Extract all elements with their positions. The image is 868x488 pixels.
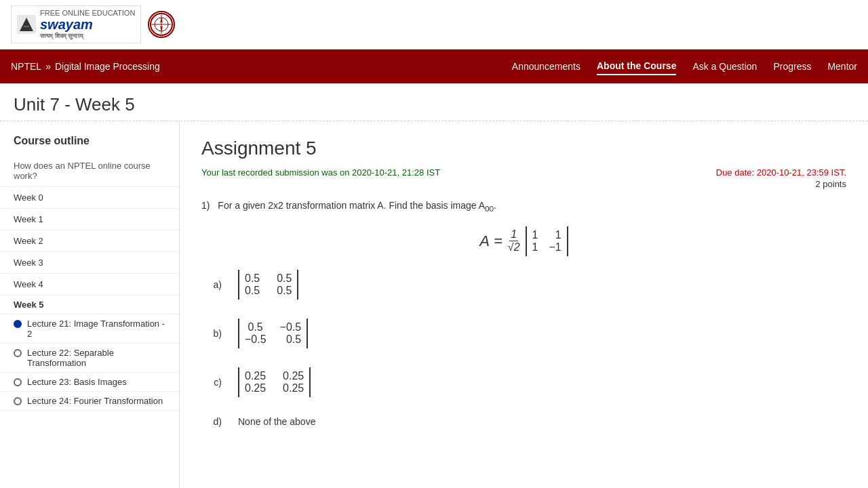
answer-options: a) 0.5 0.5 0.5 0.5 b) 0.5 −0.5 −0.5 0.5 — [201, 270, 846, 427]
sidebar-week-0[interactable]: Week 0 — [0, 187, 179, 209]
sidebar-week-4[interactable]: Week 4 — [0, 274, 179, 296]
question-number: 1) — [201, 200, 210, 211]
sidebar-lecture-21[interactable]: Lecture 21: Image Transformation - 2 — [0, 314, 179, 344]
main-layout: Course outline How does an NPTEL online … — [0, 121, 868, 488]
option-c-matrix: 0.25 0.25 0.25 0.25 — [238, 367, 311, 397]
option-b-label: b) — [201, 328, 222, 339]
swayam-subtitle: सत्यम् शिवम् सुन्दरम् — [40, 33, 135, 40]
option-a-label: a) — [201, 279, 222, 290]
option-d-label: d) — [201, 416, 222, 427]
swayam-logo-icon — [17, 15, 36, 34]
option-d: d) None of the above — [201, 416, 846, 427]
swayam-name: swayam — [40, 17, 135, 33]
nav-progress[interactable]: Progress — [773, 58, 811, 75]
submission-header-row: Your last recorded submission was on 202… — [201, 167, 846, 189]
option-c-content: 0.25 0.25 0.25 0.25 — [238, 367, 311, 397]
nav-links: Announcements About the Course Ask a Que… — [512, 58, 857, 75]
option-c-label: c) — [201, 377, 222, 388]
question-text: For a given 2x2 transformation matrix A.… — [218, 200, 496, 211]
sidebar-week-2[interactable]: Week 2 — [0, 230, 179, 252]
nav-ask-question[interactable]: Ask a Question — [692, 58, 757, 75]
site-header: FREE ONLINE EDUCATION swayam सत्यम् शिवम… — [0, 0, 868, 49]
lecture-22-bullet — [14, 349, 22, 357]
formula-matrix: 11 1−1 — [526, 226, 568, 256]
sidebar-lecture-24[interactable]: Lecture 24: Fourier Transformation — [0, 392, 179, 411]
option-a: a) 0.5 0.5 0.5 0.5 — [201, 270, 846, 300]
navbar: NPTEL » Digital Image Processing Announc… — [0, 49, 868, 83]
option-a-matrix: 0.5 0.5 0.5 0.5 — [238, 270, 298, 300]
swayam-tagline: FREE ONLINE EDUCATION — [40, 9, 135, 17]
breadcrumb-course[interactable]: Digital Image Processing — [55, 61, 160, 72]
sidebar-title: Course outline — [0, 135, 179, 155]
option-a-content: 0.5 0.5 0.5 0.5 — [238, 270, 298, 300]
sidebar: Course outline How does an NPTEL online … — [0, 121, 180, 488]
submission-notice: Your last recorded submission was on 202… — [201, 167, 440, 178]
due-date: Due date: 2020-10-21, 23:59 IST. — [716, 167, 846, 178]
nav-mentor[interactable]: Mentor — [827, 58, 857, 75]
lecture-22-label: Lecture 22: Separable Transformation — [27, 348, 165, 368]
swayam-logo[interactable]: FREE ONLINE EDUCATION swayam सत्यम् शिवम… — [11, 5, 141, 43]
formula-equals: = — [494, 232, 502, 250]
lecture-23-label: Lecture 23: Basis Images — [27, 377, 127, 387]
formula-a-label: A — [479, 232, 490, 250]
sidebar-week-3[interactable]: Week 3 — [0, 252, 179, 274]
content-area: Assignment 5 Your last recorded submissi… — [180, 121, 868, 488]
lecture-21-label: Lecture 21: Image Transformation - 2 — [27, 319, 165, 339]
option-b-matrix: 0.5 −0.5 −0.5 0.5 — [238, 319, 308, 348]
question-1: 1) For a given 2x2 transformation matrix… — [201, 200, 846, 213]
sidebar-week-1[interactable]: Week 1 — [0, 209, 179, 230]
lecture-24-label: Lecture 24: Fourier Transformation — [27, 396, 163, 406]
sidebar-week-5-header[interactable]: Week 5 — [0, 296, 179, 314]
option-b: b) 0.5 −0.5 −0.5 0.5 — [201, 319, 846, 348]
option-d-text: None of the above — [238, 416, 315, 427]
breadcrumb: NPTEL » Digital Image Processing — [11, 61, 512, 72]
page-title: Unit 7 - Week 5 — [14, 94, 854, 115]
matrix-formula-display: A = 1 √2 11 1−1 — [201, 226, 846, 256]
lecture-23-bullet — [14, 378, 22, 386]
breadcrumb-nptel[interactable]: NPTEL — [11, 61, 41, 72]
points-text: 2 points — [716, 179, 846, 189]
formula-fraction: 1 √2 — [507, 228, 521, 253]
sidebar-lecture-22[interactable]: Lecture 22: Separable Transformation — [0, 344, 179, 373]
nav-about-course[interactable]: About the Course — [597, 58, 676, 75]
option-c: c) 0.25 0.25 0.25 0.25 — [201, 367, 846, 397]
lecture-24-bullet — [14, 397, 22, 405]
option-b-content: 0.5 −0.5 −0.5 0.5 — [238, 319, 308, 348]
option-d-content: None of the above — [238, 416, 315, 427]
sidebar-link-nptel[interactable]: How does an NPTEL online course work? — [0, 155, 179, 187]
breadcrumb-sep: » — [45, 61, 51, 72]
compass-logo — [148, 11, 175, 38]
logos-area: FREE ONLINE EDUCATION swayam सत्यम् शिवम… — [11, 5, 175, 43]
sidebar-lecture-23[interactable]: Lecture 23: Basis Images — [0, 373, 179, 392]
nav-announcements[interactable]: Announcements — [512, 58, 580, 75]
lecture-21-bullet — [14, 320, 22, 328]
page-title-area: Unit 7 - Week 5 — [0, 83, 868, 121]
svg-rect-2 — [24, 26, 29, 27]
assignment-title: Assignment 5 — [201, 138, 846, 159]
compass-icon — [149, 12, 174, 37]
